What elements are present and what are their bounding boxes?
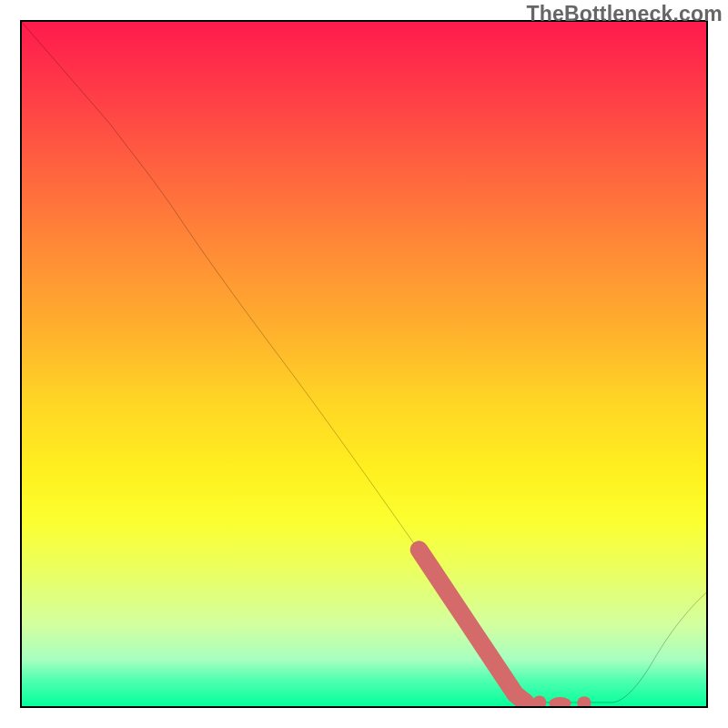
plot-container: TheBottleneck.com <box>0 0 728 728</box>
watermark-text: TheBottleneck.com <box>526 2 723 26</box>
gradient-background <box>20 20 708 708</box>
